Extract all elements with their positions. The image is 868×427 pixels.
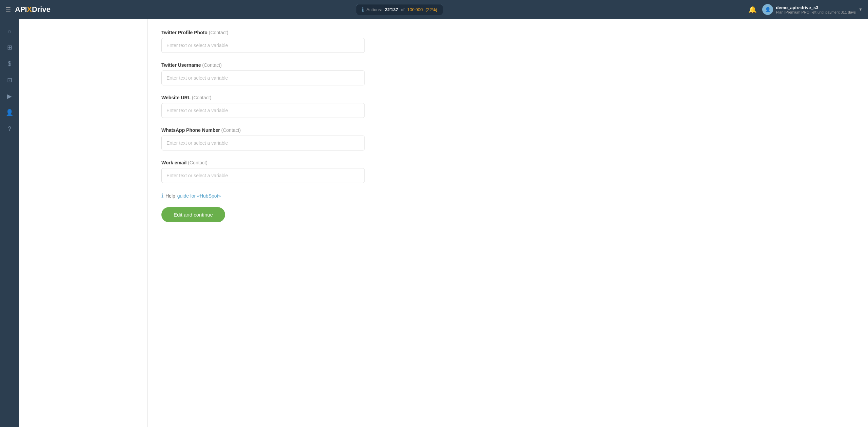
field-type-whatsapp-phone: (Contact) (221, 127, 241, 133)
logo-api: API (15, 5, 27, 14)
avatar: 👤 (762, 4, 773, 15)
right-panel: Twitter Profile Photo (Contact) Twitter … (148, 19, 868, 427)
field-label-work-email: Work email (Contact) (161, 160, 854, 165)
field-type-twitter-profile-photo: (Contact) (209, 30, 229, 35)
field-group-twitter-profile-photo: Twitter Profile Photo (Contact) (161, 30, 854, 53)
hamburger-icon[interactable]: ☰ (5, 6, 11, 13)
sidebar-item-briefcase[interactable]: ⊡ (3, 73, 16, 87)
field-label-twitter-profile-photo: Twitter Profile Photo (Contact) (161, 30, 854, 35)
user-name: demo_apix-drive_s3 (776, 5, 856, 10)
topnav-right: 🔔 👤 demo_apix-drive_s3 Plan |Premium PRO… (748, 4, 863, 15)
help-link-section: ℹ Help guide for «HubSpot» (161, 192, 854, 199)
field-group-twitter-username: Twitter Username (Contact) (161, 62, 854, 85)
user-info: demo_apix-drive_s3 Plan |Premium PRO| le… (776, 5, 856, 14)
logo-x: X (27, 5, 32, 14)
user-plan: Plan |Premium PRO| left until payment 31… (776, 10, 856, 14)
actions-pct: (22%) (426, 7, 437, 12)
whatsapp-phone-input[interactable] (161, 136, 365, 150)
field-label-twitter-username: Twitter Username (Contact) (161, 62, 854, 68)
field-type-twitter-username: (Contact) (202, 62, 222, 68)
twitter-username-input[interactable] (161, 70, 365, 85)
field-type-work-email: (Contact) (188, 160, 208, 165)
sidebar-item-help[interactable]: ? (3, 122, 16, 136)
sidebar: ⌂ ⊞ $ ⊡ ▶ 👤 ? (0, 19, 19, 427)
edit-and-continue-button[interactable]: Edit and continue (161, 207, 225, 222)
info-icon: ℹ (362, 6, 364, 13)
field-group-website-url: Website URL (Contact) (161, 95, 854, 118)
field-group-whatsapp-phone: WhatsApp Phone Number (Contact) (161, 127, 854, 150)
field-label-website-url: Website URL (Contact) (161, 95, 854, 100)
actions-label: Actions: (367, 7, 382, 12)
sidebar-item-diagram[interactable]: ⊞ (3, 41, 16, 54)
sidebar-item-billing[interactable]: $ (3, 57, 16, 70)
actions-of: of (401, 7, 405, 12)
help-circle-icon: ℹ (161, 192, 163, 199)
actions-total: 100'000 (407, 7, 423, 12)
twitter-profile-photo-input[interactable] (161, 38, 365, 53)
field-type-website-url: (Contact) (192, 95, 212, 100)
logo-drive: Drive (32, 5, 51, 14)
main-content: Twitter Profile Photo (Contact) Twitter … (19, 19, 868, 427)
actions-count: 22'137 (385, 7, 398, 12)
sidebar-item-video[interactable]: ▶ (3, 89, 16, 103)
help-prefix: Help (165, 193, 175, 199)
topnav-center: ℹ Actions: 22'137 of 100'000 (22%) (51, 4, 749, 15)
bell-icon[interactable]: 🔔 (748, 5, 757, 14)
sidebar-item-user[interactable]: 👤 (3, 106, 16, 119)
left-panel (19, 19, 148, 427)
website-url-input[interactable] (161, 103, 365, 118)
sidebar-item-home[interactable]: ⌂ (3, 24, 16, 38)
topnav: ☰ API X Drive ℹ Actions: 22'137 of 100'0… (0, 0, 868, 19)
work-email-input[interactable] (161, 168, 365, 183)
logo: API X Drive (15, 5, 51, 14)
help-hubspot-link[interactable]: guide for «HubSpot» (177, 193, 221, 199)
user-section[interactable]: 👤 demo_apix-drive_s3 Plan |Premium PRO| … (762, 4, 863, 15)
actions-badge: ℹ Actions: 22'137 of 100'000 (22%) (356, 4, 443, 15)
layout: ⌂ ⊞ $ ⊡ ▶ 👤 ? Twitter Profile Photo (Con… (0, 19, 868, 427)
field-label-whatsapp-phone: WhatsApp Phone Number (Contact) (161, 127, 854, 133)
field-group-work-email: Work email (Contact) (161, 160, 854, 183)
chevron-down-icon: ▼ (859, 7, 863, 12)
topnav-left: ☰ API X Drive (5, 5, 51, 14)
